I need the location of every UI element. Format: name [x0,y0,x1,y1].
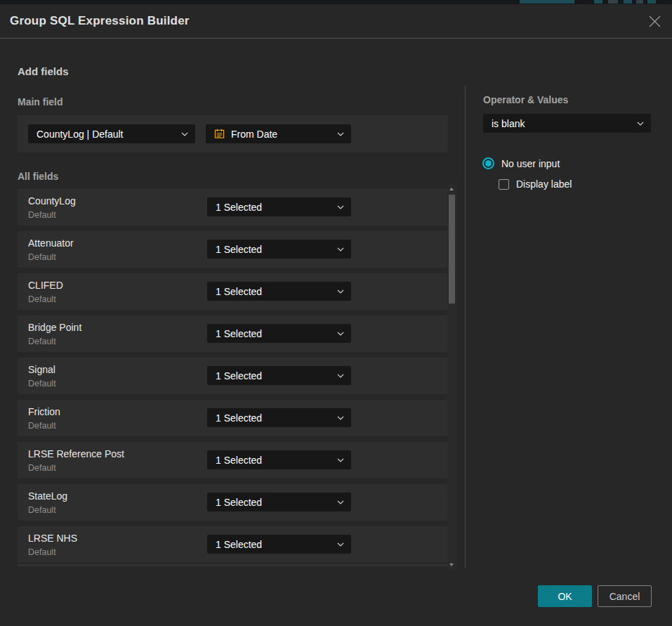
chevron-down-icon [337,332,344,336]
background-fragment [520,0,574,4]
chevron-down-icon [337,458,344,462]
calendar-icon [214,129,225,139]
field-subtitle: Default [28,505,56,515]
field-selection-value: 1 Selected [216,370,333,382]
field-subtitle: Default [28,252,56,262]
main-field-field-value: From Date [231,129,333,140]
field-row: LRSE Reference Post Default 1 Selected [18,442,448,478]
field-selection-value: 1 Selected [216,497,333,508]
close-icon [648,15,661,28]
background-fragment [647,0,656,4]
panel-divider [465,86,466,568]
operator-values-heading: Operator & Values [483,94,568,105]
field-name: CountyLog [28,195,76,207]
field-selection-dropdown[interactable]: 1 Selected [207,450,351,469]
field-selection-value: 1 Selected [216,328,333,339]
field-subtitle: Default [28,421,56,431]
radio-selected-icon [482,157,494,169]
field-subtitle: Default [28,379,56,389]
field-subtitle: Default [28,210,56,220]
field-selection-value: 1 Selected [216,202,333,213]
chevron-down-icon [337,205,344,209]
field-selection-dropdown[interactable]: 1 Selected [207,535,351,554]
no-user-input-radio[interactable]: No user input [482,157,560,169]
field-row: Signal Default 1 Selected [18,358,448,394]
field-subtitle: Default [28,294,56,304]
operator-value: is blank [492,118,633,129]
checkbox-label: Display label [516,178,572,190]
ok-button[interactable]: OK [538,585,592,607]
chevron-down-icon [181,132,188,136]
close-button[interactable] [645,12,664,30]
add-fields-heading: Add fields [18,65,69,77]
field-selection-dropdown[interactable]: 1 Selected [207,366,351,385]
field-selection-dropdown[interactable]: 1 Selected [207,408,351,427]
chevron-down-icon [337,416,344,420]
main-field-field-dropdown[interactable]: From Date [206,124,351,143]
background-fragment [608,0,618,4]
display-label-checkbox[interactable]: Display label [499,178,572,190]
sql-expression-builder-dialog: Group SQL Expression Builder Add fields … [0,4,672,626]
checkbox-unchecked-icon [499,179,509,190]
scroll-up-arrow-icon[interactable] [449,188,454,190]
scroll-down-arrow-icon[interactable] [449,563,454,566]
field-row: Friction Default 1 Selected [18,400,448,436]
field-selection-value: 1 Selected [216,539,333,550]
field-name: CLIFED [28,280,63,291]
field-selection-value: 1 Selected [216,244,333,255]
field-name: Signal [28,364,55,375]
dialog-title-bar: Group SQL Expression Builder [0,4,672,39]
field-selection-dropdown[interactable]: 1 Selected [207,324,351,343]
chevron-down-icon [637,122,644,126]
main-field-panel: CountyLog | Default From Date [18,115,448,152]
cancel-button[interactable]: Cancel [598,585,652,607]
operator-dropdown[interactable]: is blank [483,114,651,133]
main-field-source-value: CountyLog | Default [37,129,177,140]
field-selection-dropdown[interactable]: 1 Selected [207,197,351,216]
field-selection-value: 1 Selected [216,455,333,466]
dialog-title: Group SQL Expression Builder [10,14,190,28]
radio-label: No user input [501,158,560,169]
all-fields-list: CountyLog Default 1 Selected Attenuator … [18,189,448,568]
scrollbar-thumb[interactable] [449,195,455,304]
field-name: LRSE Reference Post [28,448,124,459]
field-name: StateLog [28,490,67,502]
fields-list-scrollbar[interactable] [447,184,456,570]
field-name: Attenuator [28,237,74,249]
field-selection-value: 1 Selected [216,286,333,297]
background-fragment [636,0,643,4]
field-selection-dropdown[interactable]: 1 Selected [207,240,351,259]
field-selection-value: 1 Selected [216,412,333,424]
all-fields-heading: All fields [18,171,58,182]
field-selection-dropdown[interactable]: 1 Selected [207,282,351,301]
field-selection-dropdown[interactable]: 1 Selected [207,493,351,511]
field-row: Attenuator Default 1 Selected [18,231,448,268]
chevron-down-icon [337,132,344,136]
field-subtitle: Default [28,547,56,557]
main-field-source-dropdown[interactable]: CountyLog | Default [28,124,195,143]
field-row: CLIFED Default 1 Selected [18,273,448,310]
field-row: LRSE NHS Default 1 Selected [18,526,448,563]
field-row: CountyLog Default 1 Selected [18,189,448,226]
field-subtitle: Default [28,337,56,346]
chevron-down-icon [337,289,344,294]
background-fragment [594,0,602,4]
field-subtitle: Default [28,463,56,473]
chevron-down-icon [337,500,344,504]
field-row: StateLog Default 1 Selected [18,484,448,521]
field-name: Friction [28,406,60,417]
partially-visible-row [18,564,448,566]
field-name: LRSE NHS [28,533,77,544]
field-row: Bridge Point Default 1 Selected [18,315,448,352]
field-name: Bridge Point [28,322,81,333]
main-field-heading: Main field [18,96,63,107]
chevron-down-icon [337,247,344,252]
chevron-down-icon [337,542,344,547]
chevron-down-icon [337,374,344,378]
background-fragment [624,0,632,4]
